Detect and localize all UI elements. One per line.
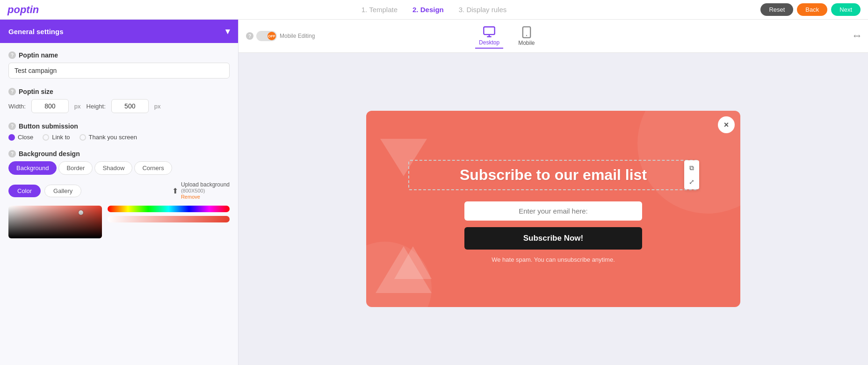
poptin-name-input[interactable] xyxy=(8,63,230,79)
top-nav: poptin 1. Template 2. Design 3. Display … xyxy=(0,0,868,20)
section-body: ? Poptin name ? Poptin size Width: px He… xyxy=(0,43,238,256)
device-tabs: Desktop Mobile xyxy=(475,23,538,49)
poptin-name-section: ? Poptin name xyxy=(8,51,230,79)
submission-radio-group: Close Link to Thank you screen xyxy=(8,134,230,141)
background-design-label: ? Background design xyxy=(8,150,230,157)
mobile-editing-wrap: ? OFF Mobile Editing xyxy=(246,31,315,41)
mobile-icon xyxy=(520,26,533,39)
width-input[interactable] xyxy=(31,99,69,113)
alpha-slider[interactable] xyxy=(108,216,230,222)
poptin-name-label: ? Poptin name xyxy=(8,51,230,59)
popup-container: × Subscribe to our email list ⧉ ⤢ Subscr… xyxy=(366,111,740,307)
radio-circle-thankyou xyxy=(80,134,86,141)
tab-corners[interactable]: Corners xyxy=(134,161,172,175)
tab-desktop[interactable]: Desktop xyxy=(475,23,503,49)
popup-close-button[interactable]: × xyxy=(718,116,735,133)
preview-canvas: × Subscribe to our email list ⧉ ⤢ Subscr… xyxy=(239,53,868,365)
height-px: px xyxy=(154,103,161,110)
height-input[interactable] xyxy=(111,99,149,113)
mobile-label: Mobile xyxy=(518,40,535,46)
preview-toolbar: ? OFF Mobile Editing Desktop xyxy=(239,20,868,53)
desktop-label: Desktop xyxy=(479,39,499,46)
upload-background-btn[interactable]: ⬆ Upload background (800X500) Remove xyxy=(172,181,230,200)
nav-actions: Reset Back Next xyxy=(760,3,861,16)
color-gallery-row: Color Gallery ⬆ Upload background (800X5… xyxy=(8,181,230,200)
toggle-knob: OFF xyxy=(268,32,276,40)
nav-step-template[interactable]: 1. Template xyxy=(362,6,398,14)
popup-title-box: Subscribe to our email list xyxy=(408,160,698,190)
main-layout: General settings ▾ ? Poptin name ? Popti… xyxy=(0,20,868,365)
gallery-pill[interactable]: Gallery xyxy=(44,185,81,197)
tab-shadow[interactable]: Shadow xyxy=(94,161,132,175)
button-submission-label: ? Button submission xyxy=(8,122,230,130)
help-icon-name[interactable]: ? xyxy=(8,51,16,59)
size-row: Width: px Height: px xyxy=(8,99,230,113)
button-submission-section: ? Button submission Close Link to Thank … xyxy=(8,122,230,141)
popup-subscribe-button[interactable]: Subscribe Now! xyxy=(464,227,642,250)
logo-text: poptin xyxy=(7,4,39,16)
mobile-editing-toggle[interactable]: OFF xyxy=(256,31,277,41)
color-pill[interactable]: Color xyxy=(8,185,41,197)
help-icon-mobile[interactable]: ? xyxy=(246,32,253,40)
nav-step-design[interactable]: 2. Design xyxy=(412,6,444,14)
nav-steps: 1. Template 2. Design 3. Display rules xyxy=(362,6,507,14)
copy-element-button[interactable]: ⧉ xyxy=(685,161,698,174)
left-panel: General settings ▾ ? Poptin name ? Popti… xyxy=(0,20,239,365)
expand-element-button[interactable]: ⤢ xyxy=(685,175,698,188)
remove-link[interactable]: Remove xyxy=(181,194,200,200)
back-button[interactable]: Back xyxy=(797,3,827,16)
radio-thank-you[interactable]: Thank you screen xyxy=(80,134,137,141)
poptin-size-section: ? Poptin size Width: px Height: px xyxy=(8,88,230,113)
gradient-handle[interactable] xyxy=(79,210,83,215)
expand-icon[interactable]: ⤢ xyxy=(851,30,863,42)
desktop-icon xyxy=(483,25,496,38)
tab-background[interactable]: Background xyxy=(8,161,57,175)
chevron-down-icon: ▾ xyxy=(225,26,230,36)
upload-icon: ⬆ xyxy=(172,186,178,195)
color-picker-area xyxy=(8,206,230,238)
next-button[interactable]: Next xyxy=(831,3,861,16)
svg-rect-0 xyxy=(484,27,494,35)
hue-slider-wrap xyxy=(108,206,230,238)
right-panel: ? OFF Mobile Editing Desktop xyxy=(239,20,868,365)
popup-title: Subscribe to our email list xyxy=(460,166,647,183)
height-label: Height: xyxy=(87,103,106,110)
color-gradient[interactable] xyxy=(8,206,102,238)
width-px: px xyxy=(74,103,81,110)
section-title: General settings xyxy=(8,28,64,36)
hue-slider[interactable] xyxy=(108,206,230,212)
logo: poptin xyxy=(7,4,39,16)
deco-tri-2 xyxy=(394,246,432,279)
tab-mobile[interactable]: Mobile xyxy=(514,24,538,48)
popup-spam-text: We hate spam. You can unsubscribe anytim… xyxy=(492,256,615,263)
tab-border[interactable]: Border xyxy=(58,161,93,175)
radio-circle-link xyxy=(43,134,49,141)
bg-tab-bar: Background Border Shadow Corners xyxy=(8,161,230,175)
help-icon-size[interactable]: ? xyxy=(8,88,16,95)
background-design-section: ? Background design Background Border Sh… xyxy=(8,150,230,238)
radio-circle-close xyxy=(8,134,15,141)
general-settings-header[interactable]: General settings ▾ xyxy=(0,20,238,43)
radio-link-to[interactable]: Link to xyxy=(43,134,70,141)
width-label: Width: xyxy=(8,103,26,110)
mobile-editing-label: Mobile Editing xyxy=(280,33,315,39)
upload-sub: (800X500) xyxy=(181,188,230,193)
nav-step-display[interactable]: 3. Display rules xyxy=(459,6,507,14)
reset-button[interactable]: Reset xyxy=(760,3,793,16)
radio-close[interactable]: Close xyxy=(8,134,33,141)
help-icon-submit[interactable]: ? xyxy=(8,122,16,130)
popup-email-input[interactable] xyxy=(464,201,642,221)
element-tools: ⧉ ⤢ xyxy=(684,160,699,189)
poptin-size-label: ? Poptin size xyxy=(8,88,230,95)
help-icon-bg[interactable]: ? xyxy=(8,150,16,157)
title-wrapper[interactable]: Subscribe to our email list ⧉ ⤢ xyxy=(408,160,698,190)
